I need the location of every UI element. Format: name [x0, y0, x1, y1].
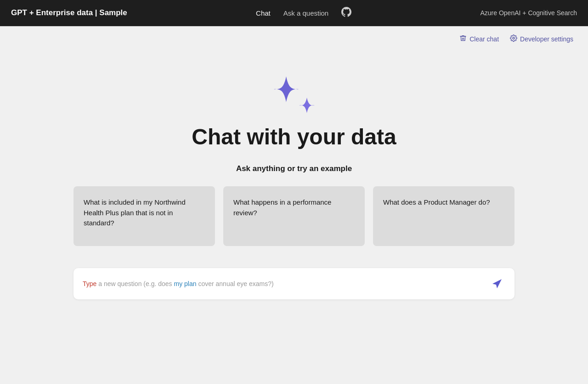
svg-point-0 [513, 37, 514, 39]
example-card-2[interactable]: What happens in a performance review? [223, 186, 365, 246]
main-content: Chat with your data Ask anything or try … [0, 49, 588, 299]
nav-right: Azure OpenAI + Cognitive Search [480, 9, 577, 17]
chat-input-container: Type a new question (e.g. does my plan c… [74, 268, 514, 299]
placeholder-myplan: my plan [174, 280, 196, 287]
trash-icon [459, 34, 467, 43]
example-card-3[interactable]: What does a Product Manager do? [373, 186, 514, 246]
nav-brand: GPT + Enterprise data | Sample [11, 8, 127, 17]
nav-link-chat[interactable]: Chat [256, 9, 271, 17]
sparkle-small-icon [299, 97, 315, 113]
clear-chat-label: Clear chat [469, 35, 499, 43]
clear-chat-button[interactable]: Clear chat [459, 34, 499, 43]
page-title: Chat with your data [192, 124, 396, 149]
github-icon[interactable] [341, 7, 351, 19]
developer-settings-button[interactable]: Developer settings [510, 34, 573, 43]
placeholder-type: Type [83, 280, 96, 287]
action-bar: Clear chat Developer settings [0, 26, 588, 49]
page-subtitle: Ask anything or try an example [236, 164, 352, 173]
top-nav: GPT + Enterprise data | Sample Chat Ask … [0, 0, 588, 26]
sparkle-group [273, 76, 315, 113]
send-button[interactable] [489, 276, 505, 291]
example-cards-row: What is included in my Northwind Health … [74, 186, 514, 246]
nav-center: Chat Ask a question [142, 7, 466, 19]
developer-settings-label: Developer settings [520, 35, 573, 43]
chat-placeholder: Type a new question (e.g. does my plan c… [83, 280, 483, 287]
example-card-1[interactable]: What is included in my Northwind Health … [74, 186, 215, 246]
gear-icon [510, 34, 517, 43]
sparkle-large-icon [273, 76, 299, 102]
nav-link-ask[interactable]: Ask a question [283, 9, 328, 17]
